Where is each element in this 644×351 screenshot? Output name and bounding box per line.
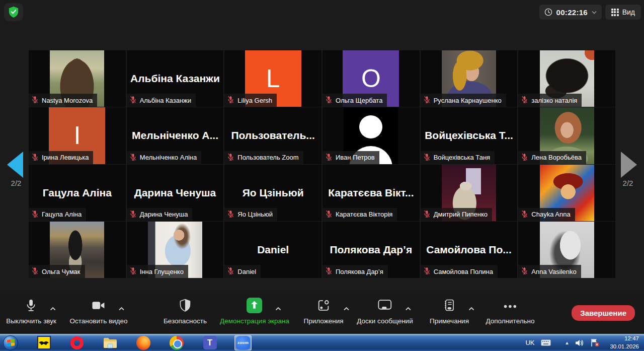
- taskbar-opera-icon[interactable]: [68, 335, 86, 350]
- whiteboard-icon: [378, 299, 392, 314]
- volume-icon[interactable]: [575, 339, 584, 347]
- participant-tile[interactable]: Мельніченко А...Мельніченко Аліна: [127, 107, 224, 164]
- participant-name-label: Ольга Чумак: [29, 265, 85, 278]
- view-button[interactable]: Вид: [605, 5, 641, 20]
- participant-tile[interactable]: Яо ЦзіньюйЯо Цзіньюй: [224, 165, 321, 221]
- page-indicator-left: 2/2: [1, 179, 31, 187]
- participant-name-label: Иван Петров: [323, 151, 379, 164]
- toolbar-item-camera[interactable]: Остановить видео: [69, 298, 127, 325]
- avatar-initial: O: [361, 64, 381, 93]
- microphone-icon: [25, 299, 37, 314]
- participant-tile[interactable]: Полякова Дар’яПолякова Дар’я: [323, 222, 420, 278]
- chevron-up-icon[interactable]: [468, 304, 474, 313]
- participant-name-label: Альбіна Казанжи: [127, 94, 196, 107]
- participant-grid: Nastya MorozovaАльбіна КазанжиАльбіна Ка…: [29, 50, 615, 278]
- participant-tile[interactable]: DanielDaniel: [224, 222, 321, 278]
- participant-name-label: Полякова Дар’я: [323, 265, 388, 278]
- muted-mic-icon: [129, 96, 137, 105]
- participant-tile[interactable]: Дмитрий Пипенко: [421, 165, 518, 221]
- participant-display-name: Дарина Ченуша: [134, 187, 216, 199]
- toolbar-item-notes[interactable]: Примечания: [430, 298, 469, 325]
- action-center-flag-icon[interactable]: [590, 338, 600, 347]
- keyboard-icon[interactable]: [541, 339, 551, 346]
- taskbar-the-bat-icon[interactable]: [35, 335, 52, 350]
- participant-name-label: Дарина Ченуша: [127, 208, 193, 221]
- taskbar-windows-start-button[interactable]: [2, 335, 19, 350]
- participant-name-label: Інна Глущенко: [127, 265, 188, 278]
- notes-icon: [443, 299, 455, 314]
- toolbar-item-microphone[interactable]: Выключить звук: [6, 298, 56, 325]
- participant-display-name: Мельніченко А...: [132, 129, 218, 142]
- chevron-up-icon[interactable]: [275, 304, 281, 313]
- toolbar-item-label: Дополнительно: [486, 317, 534, 325]
- participant-name: Гацула Аліна: [42, 210, 82, 218]
- participant-tile[interactable]: Альбіна КазанжиАльбіна Казанжи: [127, 50, 224, 107]
- participant-tile[interactable]: IІрина Левицька: [29, 107, 126, 164]
- language-indicator[interactable]: UK: [525, 339, 534, 346]
- security-badge[interactable]: [4, 3, 23, 21]
- chevron-up-icon[interactable]: [118, 304, 124, 313]
- toolbar-item-shield[interactable]: Безопасность: [164, 298, 207, 325]
- participant-tile[interactable]: OОльга Щербата: [323, 50, 420, 107]
- taskbar-file-explorer-icon[interactable]: [102, 335, 119, 350]
- participant-tile[interactable]: Пользователь...Пользователь Zoom: [224, 107, 321, 164]
- muted-mic-icon: [325, 96, 333, 105]
- taskbar-zoom-icon[interactable]: zoom: [234, 335, 252, 350]
- system-tray: UK ▲ 12:47 30.01.2026: [525, 334, 644, 351]
- chevron-up-icon[interactable]: [50, 304, 56, 313]
- shield-check-icon: [8, 6, 19, 18]
- toolbar-item-label: Доски сообщений: [357, 317, 413, 325]
- participant-tile[interactable]: Chayka Anna: [518, 165, 615, 221]
- camera-icon: [92, 300, 105, 313]
- participant-tile[interactable]: Войцехівська Т...Войцехівська Таня: [421, 107, 518, 164]
- toolbar-item-apps[interactable]: Приложения: [304, 298, 344, 325]
- participant-name: Ірина Левицька: [42, 154, 89, 161]
- taskbar-clock[interactable]: 12:47 30.01.2026: [610, 335, 639, 350]
- participant-tile[interactable]: Дарина ЧенушаДарина Ченуша: [127, 165, 224, 221]
- toolbar-item-label: Выключить звук: [6, 317, 56, 325]
- participant-name-label: Самойлова Полина: [421, 265, 498, 278]
- participant-tile[interactable]: Иван Петров: [323, 107, 420, 164]
- end-meeting-button[interactable]: Завершение: [572, 305, 635, 321]
- participant-tile[interactable]: Інна Глущенко: [127, 222, 224, 278]
- participant-name: Anna Vasilenko: [531, 268, 576, 275]
- participant-tile[interactable]: Руслана Карнаушенко: [421, 50, 518, 107]
- toolbar-item-share-screen[interactable]: Демонстрация экрана: [220, 298, 289, 325]
- chevron-up-icon[interactable]: [406, 304, 412, 313]
- participant-tile[interactable]: LLiliya Gersh: [224, 50, 321, 107]
- participant-name: Альбіна Казанжи: [140, 97, 191, 104]
- toolbar-item-label: Примечания: [430, 317, 469, 325]
- participant-name-label: Яо Цзіньюй: [224, 208, 277, 221]
- participant-name-label: Мельніченко Аліна: [127, 151, 202, 164]
- participant-tile[interactable]: Каратєєва Вікт...Каратєєва Вікторія: [323, 165, 420, 221]
- participant-name: Ольга Щербата: [336, 97, 382, 104]
- muted-mic-icon: [227, 210, 234, 219]
- participant-tile[interactable]: Ольга Чумак: [29, 222, 126, 278]
- muted-mic-icon: [129, 267, 137, 276]
- participant-tile[interactable]: Гацула АлінаГацула Аліна: [29, 165, 126, 221]
- participant-tile[interactable]: Самойлова По...Самойлова Полина: [421, 222, 518, 278]
- avatar-initial: I: [73, 121, 80, 150]
- chevron-up-icon[interactable]: [343, 304, 349, 313]
- toolbar-item-more[interactable]: Дополнительно: [486, 298, 534, 325]
- taskbar-firefox-icon[interactable]: [135, 335, 152, 350]
- participant-name: Самойлова Полина: [434, 268, 493, 275]
- show-hidden-icons-chevron[interactable]: ▲: [565, 340, 570, 345]
- previous-page-arrow[interactable]: [7, 152, 23, 178]
- participant-tile[interactable]: Anna Vasilenko: [518, 222, 615, 278]
- taskbar-chrome-icon[interactable]: [168, 335, 185, 350]
- participant-tile[interactable]: Nastya Morozova: [29, 50, 126, 107]
- next-page-arrow[interactable]: [621, 152, 637, 178]
- taskbar-teams-icon[interactable]: T: [201, 335, 218, 350]
- participant-name: Daniel: [237, 268, 256, 275]
- participant-name: Каратєєва Вікторія: [336, 210, 392, 218]
- participant-tile[interactable]: залізко наталія: [518, 50, 615, 107]
- toolbar-item-whiteboard[interactable]: Доски сообщений: [357, 298, 413, 325]
- clock-time: 12:47: [610, 335, 639, 343]
- muted-mic-icon: [325, 153, 333, 162]
- participant-name-label: Гацула Аліна: [29, 208, 86, 221]
- participant-name: Иван Петров: [336, 154, 375, 161]
- participant-tile[interactable]: Лена Воробьёва: [518, 107, 615, 164]
- muted-mic-icon: [325, 210, 333, 219]
- timer-dropdown-caret-icon[interactable]: [592, 11, 597, 14]
